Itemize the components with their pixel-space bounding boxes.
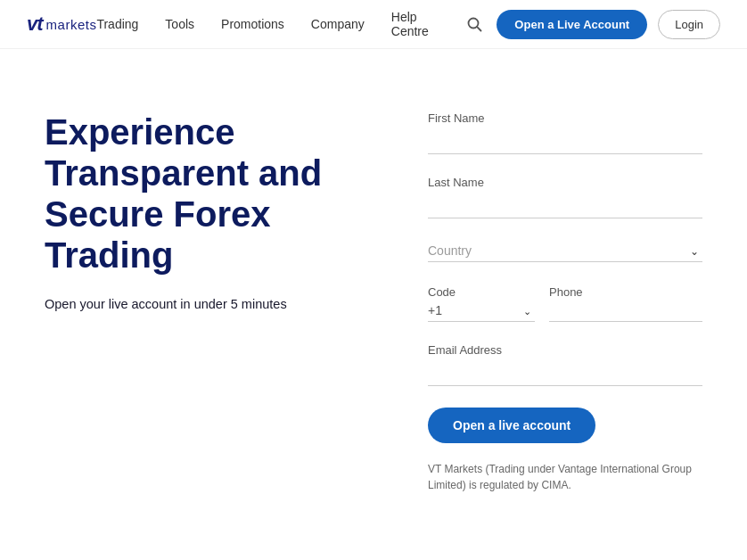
- email-field: Email Address: [428, 343, 702, 386]
- logo-markets: markets: [46, 17, 97, 32]
- main-nav: Trading Tools Promotions Company Help Ce…: [96, 10, 446, 38]
- nav-promotions[interactable]: Promotions: [221, 17, 284, 31]
- main-content: Experience Transparent and Secure Forex …: [0, 49, 747, 529]
- logo-vt: vt: [27, 12, 43, 36]
- first-name-field: First Name: [428, 111, 702, 154]
- phone-row: Code +1 +44 +61 +65 ⌄ Phone: [428, 284, 702, 322]
- code-select[interactable]: +1 +44 +61 +65: [428, 300, 535, 322]
- svg-line-1: [478, 27, 481, 30]
- nav-help-centre[interactable]: Help Centre: [391, 10, 447, 38]
- last-name-input[interactable]: [428, 196, 702, 218]
- header: vt markets Trading Tools Promotions Comp…: [0, 0, 747, 49]
- phone-label: Phone: [549, 285, 583, 299]
- legal-text: VT Markets (Trading under Vantage Intern…: [428, 461, 702, 493]
- header-actions: Open a Live Account Login: [464, 10, 720, 39]
- phone-input[interactable]: [549, 300, 702, 322]
- country-select-wrapper: Country United States United Kingdom Aus…: [428, 240, 702, 262]
- last-name-field: Last Name: [428, 176, 702, 218]
- first-name-input[interactable]: [428, 132, 702, 154]
- code-field: Code +1 +44 +61 +65 ⌄: [428, 284, 535, 322]
- open-live-account-form-button[interactable]: Open a live account: [428, 408, 595, 443]
- code-wrapper: +1 +44 +61 +65 ⌄: [428, 300, 535, 322]
- code-label: Code: [428, 285, 456, 299]
- login-button[interactable]: Login: [658, 10, 720, 39]
- hero-section: Experience Transparent and Secure Forex …: [45, 103, 374, 311]
- nav-company[interactable]: Company: [311, 17, 365, 31]
- country-field: Country United States United Kingdom Aus…: [428, 240, 702, 262]
- phone-field: Phone: [549, 284, 702, 322]
- email-label: Email Address: [428, 343, 702, 357]
- signup-form: First Name Last Name Country United Stat…: [428, 103, 702, 493]
- logo: vt markets: [27, 12, 96, 36]
- hero-subtitle: Open your live account in under 5 minute…: [45, 297, 374, 311]
- last-name-label: Last Name: [428, 176, 702, 189]
- open-live-account-header-button[interactable]: Open a Live Account: [497, 10, 647, 39]
- hero-title: Experience Transparent and Secure Forex …: [45, 111, 374, 276]
- first-name-label: First Name: [428, 111, 702, 125]
- country-select[interactable]: Country United States United Kingdom Aus…: [428, 240, 702, 262]
- nav-tools[interactable]: Tools: [165, 17, 194, 31]
- email-input[interactable]: [428, 364, 702, 386]
- search-icon[interactable]: [464, 13, 486, 36]
- nav-trading[interactable]: Trading: [96, 17, 138, 31]
